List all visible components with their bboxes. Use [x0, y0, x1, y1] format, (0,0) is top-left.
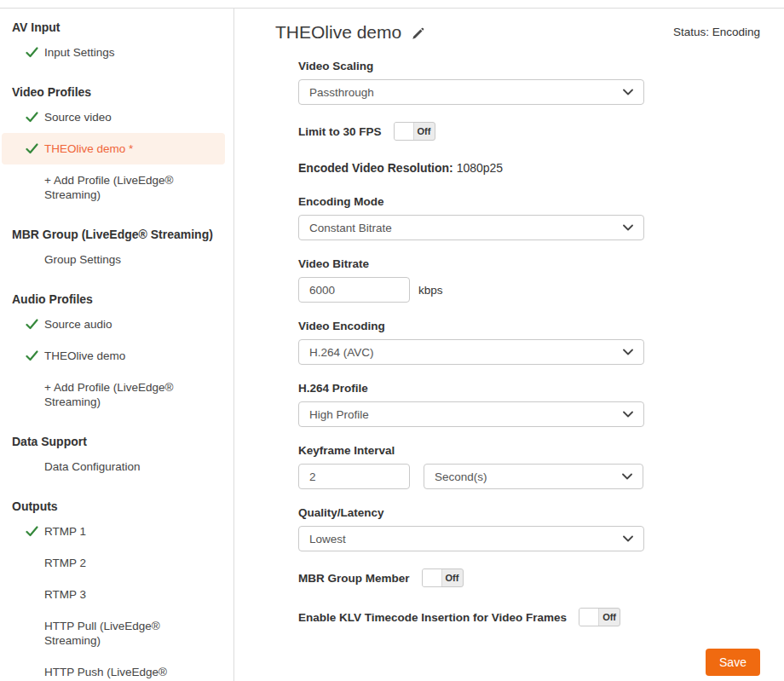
video-encoding-label: Video Encoding: [298, 320, 760, 332]
sidebar: AV Input Input Settings Video Profiles S…: [0, 9, 234, 681]
sidebar-item-label: HTTP Pull (LiveEdge® Streaming): [44, 619, 216, 648]
sidebar-section-header: Audio Profiles: [12, 292, 222, 306]
sidebar-section-items: RTMP 1 RTMP 2 RTMP 3 HTTP Pull (LiveEdge…: [0, 516, 233, 681]
video-bitrate-field: Video Bitrate kbps: [298, 257, 760, 303]
sidebar-item[interactable]: Group Settings: [2, 244, 225, 275]
sidebar-item-label: Group Settings: [44, 252, 121, 267]
mbr-group-member-label: MBR Group Member: [298, 572, 410, 585]
sidebar-section: Audio Profiles Source audio THEOlive dem…: [0, 292, 233, 418]
check-icon: [26, 47, 38, 58]
h264-profile-value: High Profile: [309, 408, 369, 421]
sidebar-item[interactable]: Source video: [2, 101, 225, 133]
klv-timecode-label: Enable KLV Timecode Insertion for Video …: [298, 611, 567, 624]
sidebar-section: AV Input Input Settings: [0, 20, 233, 68]
quality-latency-field: Quality/Latency Lowest: [298, 506, 760, 551]
sidebar-item-label: HTTP Push (LiveEdge® Streaming): [44, 665, 216, 681]
video-scaling-select[interactable]: Passthrough: [298, 79, 644, 105]
video-bitrate-unit: kbps: [418, 284, 443, 297]
mbr-group-member-toggle[interactable]: Off: [422, 568, 464, 587]
sidebar-section: Video Profiles Source video THEOlive dem…: [0, 85, 233, 211]
sidebar-item[interactable]: Source audio: [2, 309, 225, 340]
sidebar-section-items: Source audio THEOlive demo + Add Profile…: [0, 309, 233, 418]
sidebar-item[interactable]: THEOlive demo: [2, 340, 225, 372]
sidebar-section-items: Input Settings: [0, 37, 233, 68]
sidebar-item[interactable]: RTMP 3: [2, 579, 225, 610]
sidebar-item[interactable]: Input Settings: [2, 37, 225, 68]
check-icon: [26, 143, 38, 154]
sidebar-section-items: Data Configuration: [0, 451, 233, 482]
sidebar-section-header: Video Profiles: [12, 85, 222, 99]
video-bitrate-input[interactable]: [298, 277, 410, 303]
limit-fps-toggle-state: Off: [414, 123, 435, 140]
sidebar-item-label: THEOlive demo *: [44, 141, 133, 156]
header-row: THEOlive demo Status: Encoding: [275, 22, 760, 43]
save-row: Save: [275, 649, 760, 676]
sidebar-item[interactable]: THEOlive demo *: [2, 133, 225, 164]
chevron-down-icon: [622, 473, 632, 480]
sidebar-item[interactable]: RTMP 1: [2, 516, 225, 547]
video-encoding-value: H.264 (AVC): [309, 346, 374, 359]
sidebar-item[interactable]: Data Configuration: [2, 451, 225, 482]
save-button[interactable]: Save: [706, 649, 760, 676]
sidebar-item[interactable]: + Add Profile (LiveEdge® Streaming): [2, 372, 225, 418]
klv-timecode-toggle[interactable]: Off: [579, 608, 620, 626]
encoding-mode-field: Encoding Mode Constant Bitrate: [298, 195, 760, 240]
sidebar-section-header: Outputs: [12, 499, 222, 513]
toggle-knob: [395, 123, 414, 140]
sidebar-section-header: AV Input: [12, 20, 222, 34]
sidebar-section: Outputs RTMP 1 RTMP 2 RTMP 3: [0, 499, 233, 681]
video-encoding-select[interactable]: H.264 (AVC): [298, 339, 644, 365]
sidebar-item-label: RTMP 3: [44, 587, 86, 602]
sidebar-item-label: Input Settings: [44, 45, 115, 60]
keyframe-interval-field: Keyframe Interval Second(s): [298, 444, 760, 489]
quality-latency-value: Lowest: [309, 533, 346, 545]
check-icon: [26, 319, 38, 330]
profile-form: Video Scaling Passthrough Limit to 30 FP…: [298, 60, 760, 626]
sidebar-item[interactable]: HTTP Pull (LiveEdge® Streaming): [2, 610, 225, 656]
quality-latency-label: Quality/Latency: [298, 506, 760, 519]
quality-latency-select[interactable]: Lowest: [298, 526, 644, 551]
chevron-down-icon: [623, 349, 633, 355]
top-divider: [0, 0, 784, 9]
keyframe-interval-unit-select[interactable]: Second(s): [424, 464, 643, 489]
keyframe-interval-label: Keyframe Interval: [298, 444, 760, 457]
klv-timecode-toggle-state: Off: [599, 609, 620, 626]
limit-fps-toggle[interactable]: Off: [394, 122, 435, 141]
sidebar-item-label: Source audio: [44, 317, 112, 332]
check-icon: [26, 112, 38, 123]
chevron-down-icon: [623, 89, 633, 95]
toggle-knob: [423, 569, 442, 586]
sidebar-item[interactable]: + Add Profile (LiveEdge® Streaming): [2, 164, 225, 211]
sidebar-section-header: Data Support: [12, 435, 222, 448]
sidebar-item-label: + Add Profile (LiveEdge® Streaming): [44, 380, 216, 409]
h264-profile-select[interactable]: High Profile: [298, 401, 644, 427]
sidebar-item-label: RTMP 2: [44, 556, 86, 570]
sidebar-item[interactable]: RTMP 2: [2, 547, 225, 579]
sidebar-item-label: RTMP 1: [44, 524, 86, 539]
video-scaling-value: Passthrough: [309, 86, 374, 99]
video-bitrate-label: Video Bitrate: [298, 257, 760, 270]
encoding-mode-select[interactable]: Constant Bitrate: [298, 215, 644, 240]
sidebar-section: Data Support Data Configuration: [0, 435, 233, 482]
page-title: THEOlive demo: [275, 22, 401, 43]
sidebar-section-items: Group Settings: [0, 244, 233, 275]
encoding-mode-value: Constant Bitrate: [309, 222, 392, 234]
h264-profile-field: H.264 Profile High Profile: [298, 382, 760, 427]
limit-fps-label: Limit to 30 FPS: [298, 125, 382, 138]
encoded-resolution-field: Encoded Video Resolution: 1080p25: [298, 161, 760, 175]
sidebar-section-items: Source video THEOlive demo * + Add Profi…: [0, 101, 233, 211]
keyframe-interval-unit-value: Second(s): [435, 470, 487, 483]
sidebar-item[interactable]: HTTP Push (LiveEdge® Streaming): [2, 656, 225, 681]
encoded-resolution-label: Encoded Video Resolution:: [298, 161, 453, 175]
sidebar-item-label: Data Configuration: [44, 459, 141, 474]
video-scaling-label: Video Scaling: [298, 60, 760, 72]
sidebar-item-label: THEOlive demo: [44, 349, 125, 363]
check-icon: [26, 350, 38, 361]
sidebar-item-label: + Add Profile (LiveEdge® Streaming): [44, 173, 216, 202]
chevron-down-icon: [623, 535, 633, 542]
video-encoding-field: Video Encoding H.264 (AVC): [298, 320, 760, 365]
keyframe-interval-input[interactable]: [298, 464, 410, 489]
mbr-group-member-field: MBR Group Member Off: [298, 568, 760, 587]
check-icon: [26, 526, 38, 537]
edit-pencil-icon[interactable]: [412, 27, 424, 40]
